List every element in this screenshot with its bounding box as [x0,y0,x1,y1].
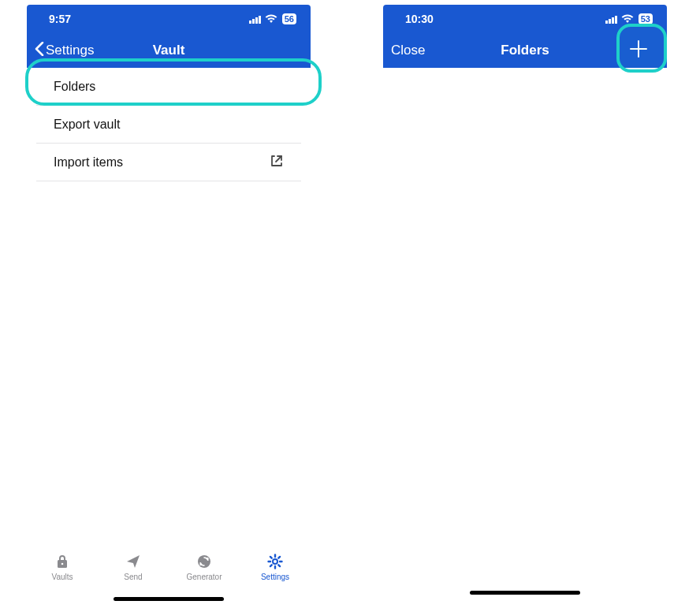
cellular-signal-icon [249,15,262,24]
svg-line-12 [270,557,272,558]
tab-bar: Vaults Send Generator Settings [27,547,311,604]
svg-line-14 [270,565,272,566]
svg-rect-19 [615,16,617,24]
wifi-icon [621,14,634,24]
svg-rect-16 [605,21,608,24]
chevron-left-icon [35,42,44,60]
tab-vaults[interactable]: Vaults [35,552,90,581]
status-time: 10:30 [405,13,434,25]
svg-rect-1 [252,19,255,24]
status-bar: 10:30 53 [383,5,667,33]
close-button[interactable]: Close [391,43,425,58]
nav-title: Vault [153,43,185,58]
tab-send[interactable]: Send [106,552,161,581]
header-area: 10:30 53 Close Folders [383,5,667,68]
nav-bar: Settings Vault [27,33,311,68]
refresh-icon [196,552,212,571]
add-folder-button[interactable] [621,33,656,68]
external-link-icon [270,154,284,171]
nav-bar: Close Folders [383,33,667,68]
row-export-vault[interactable]: Export vault [36,106,301,144]
svg-point-7 [273,559,277,564]
row-label: Import items [54,155,123,170]
status-right-group: 53 [605,13,653,24]
row-label: Export vault [54,118,120,132]
row-import-items[interactable]: Import items [36,144,301,181]
tab-label: Generator [186,573,222,581]
svg-rect-3 [259,16,261,24]
row-label: Folders [54,80,95,94]
plus-icon [628,39,649,63]
close-label: Close [391,43,425,58]
phone-screen-vault-settings: 9:57 56 Settings [27,5,311,604]
home-indicator [114,597,224,601]
tab-settings[interactable]: Settings [248,552,303,581]
row-folders[interactable]: Folders [36,68,301,106]
home-indicator [470,591,580,595]
svg-rect-17 [609,19,611,24]
nav-title: Folders [501,43,549,58]
tab-label: Settings [261,573,289,581]
cellular-signal-icon [605,15,618,24]
svg-point-5 [61,563,64,565]
svg-line-13 [278,565,280,566]
tab-label: Send [124,573,142,581]
lock-icon [54,552,70,571]
header-area: 9:57 56 Settings [27,5,311,68]
phone-screen-folders: 10:30 53 Close Folders [383,5,667,604]
svg-line-15 [278,557,280,558]
svg-rect-18 [612,17,614,24]
battery-indicator: 56 [282,13,296,24]
back-button[interactable]: Settings [35,42,94,60]
status-bar: 9:57 56 [27,5,311,33]
back-label: Settings [46,43,94,58]
wifi-icon [265,14,277,24]
battery-indicator: 53 [639,13,653,24]
status-right-group: 56 [249,13,296,24]
tab-label: Vaults [51,573,73,581]
tab-generator[interactable]: Generator [177,552,232,581]
screenshot-canvas: 9:57 56 Settings [0,0,700,612]
settings-list: Folders Export vault Import items [27,68,311,181]
status-time: 9:57 [49,13,71,25]
paper-plane-icon [125,552,141,571]
svg-rect-2 [255,17,258,24]
gear-icon [267,552,283,571]
svg-rect-0 [249,21,251,24]
